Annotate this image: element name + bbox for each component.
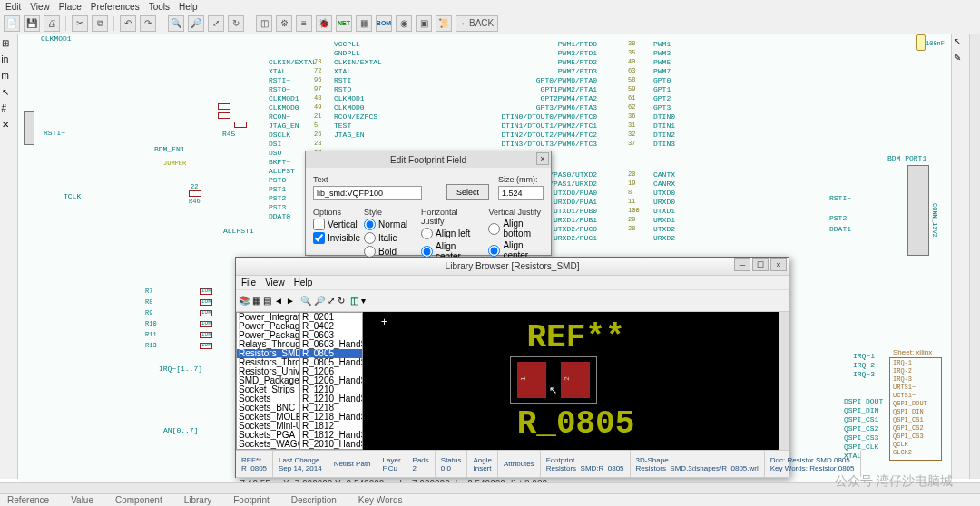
close-icon[interactable]: × [770,258,787,271]
zoom-in-icon[interactable]: 🔍 [168,15,184,32]
menu-tools[interactable]: Tools [149,2,170,12]
cursor-icon[interactable]: ↖ [2,87,16,102]
fp-item[interactable]: R_1210_HandSolderin [300,394,362,404]
next-icon[interactable]: ► [286,296,295,306]
lib-item[interactable]: Power_Packages_T [237,331,299,340]
hj-left[interactable]: Align left [421,228,479,239]
lib-menu-view[interactable]: View [265,277,285,287]
lib-item[interactable]: Resistors_Universal [237,367,299,376]
library-list[interactable]: Power_IntegrationPower_Packages_SPower_P… [236,312,299,450]
zoom-out-icon[interactable]: 🔎 [188,15,204,32]
unit-in-icon[interactable]: in [2,54,16,69]
fp-item[interactable]: R_1812 [300,422,362,431]
bom-icon[interactable]: BOM [376,15,392,32]
undo-icon[interactable]: ↶ [120,15,136,32]
grid1-icon[interactable]: ▦ [252,296,260,306]
select-button[interactable]: Select [446,184,489,200]
lib-item[interactable]: SMD_Packages [237,376,299,385]
script-icon[interactable]: 📜 [436,15,452,32]
pad-icon[interactable]: ◉ [396,15,412,32]
lib-menu-file[interactable]: File [241,277,256,287]
menu-help[interactable]: Help [179,2,198,12]
menu-view[interactable]: View [30,2,50,12]
lib-item[interactable]: Sockets_PGA [237,431,299,440]
new-icon[interactable]: 📄 [4,15,20,32]
fp-item[interactable]: R_0603 [300,331,362,340]
close-icon[interactable]: × [536,152,549,165]
save-icon[interactable]: 💾 [24,15,40,32]
lib-item[interactable]: Symbols [237,449,299,450]
copy-icon[interactable]: ⧉ [92,15,108,32]
refresh-icon[interactable]: ↻ [228,15,244,32]
canvas-vscroll[interactable] [779,312,789,450]
refresh-icon[interactable]: ↻ [338,296,345,306]
lib-title[interactable]: Library Browser [Resistors_SMD] ─ ☐ × [236,258,789,276]
fp-item[interactable]: R_1206_HandSolderin [300,376,362,385]
unit-mm-icon[interactable]: m [2,71,16,85]
vj-bottom[interactable]: Align bottom [488,219,544,238]
zoom-fit-icon[interactable]: ⤢ [208,15,224,32]
fp-item[interactable]: R_1206 [300,367,362,376]
zoom-in-icon[interactable]: 🔍 [300,296,311,306]
net-icon[interactable]: NET [336,15,352,32]
lib-item[interactable]: Relays_ThroughHo [237,340,299,349]
style-italic[interactable]: Italic [364,232,412,244]
footprint-list[interactable]: R_0201R_0402R_0603R_0603_HandSolderinR_0… [299,312,363,450]
grid2-icon[interactable]: ▤ [263,296,271,306]
lib-item[interactable]: Power_Integration [237,313,299,322]
lib-item[interactable]: Power_Packages_S [237,322,299,331]
lib-menubar[interactable]: File View Help [236,276,789,290]
bug-icon[interactable]: 🐞 [316,15,332,32]
chip-icon[interactable]: ▦ [356,15,372,32]
layers-icon[interactable]: ≡ [296,15,312,32]
fp-item[interactable]: R_2010_HandSolderin [300,440,362,449]
highlight-tool-icon[interactable]: ✎ [954,53,968,67]
3d-icon[interactable]: ◫ [350,296,358,306]
horizontal-scrollbar[interactable] [0,482,980,493]
board-icon[interactable]: ▣ [416,15,432,32]
lib-menu-help[interactable]: Help [294,277,313,287]
lib-item[interactable]: Resistors_Through [237,358,299,367]
fp-item[interactable]: R_1812_HandSolderin [300,431,362,440]
select-tool-icon[interactable]: ↖ [954,36,968,51]
redo-icon[interactable]: ↷ [140,15,156,32]
book-icon[interactable]: 📚 [239,296,250,306]
settings-icon[interactable]: ⚙ [276,15,292,32]
lib-item[interactable]: Sockets [237,394,299,404]
print-icon[interactable]: 🖨 [44,15,60,32]
grid-icon[interactable]: ⊞ [2,38,16,53]
invisible-checkbox[interactable]: Invisible [313,232,355,244]
size-input[interactable] [498,186,544,200]
menu-place[interactable]: Place [59,2,82,12]
prev-icon[interactable]: ◄ [274,296,283,306]
maximize-icon[interactable]: ☐ [752,258,769,271]
lib-item[interactable]: Sockets_Mini-Univ [237,422,299,431]
lib-item[interactable]: Sockets_WAGO734 [237,440,299,449]
zoom-out-icon[interactable]: 🔎 [314,296,325,306]
fp-item[interactable]: R_1218_HandSolderin [300,413,362,422]
main-menubar[interactable]: Edit View Place Preferences Tools Help [0,0,980,13]
lib-item[interactable]: Resistors_SMD [237,349,299,358]
drop-icon[interactable]: ▾ [361,296,366,306]
zoom-fit-icon[interactable]: ⤢ [328,296,335,306]
fp-item[interactable]: R_0603_HandSolderin [300,340,362,349]
minimize-icon[interactable]: ─ [734,258,750,271]
dnp-icon[interactable]: ✕ [2,120,16,134]
annotate-icon[interactable]: # [2,103,16,118]
menu-edit[interactable]: Edit [5,2,21,12]
lib-item[interactable]: Socket_Strips [237,385,299,394]
text-input[interactable] [313,186,422,200]
menu-preferences[interactable]: Preferences [91,2,140,12]
3d-icon[interactable]: ◫ [256,15,272,32]
lib-item[interactable]: Sockets_BNC [237,404,299,413]
style-normal[interactable]: Normal [364,219,412,230]
vertical-scrollbar[interactable] [969,34,980,479]
fp-item[interactable]: R_1210 [300,385,362,394]
lib-item[interactable]: Sockets_MOLEX_KI [237,413,299,422]
back-button[interactable]: ←BACK [456,15,498,32]
fp-item[interactable]: R_0402 [300,322,362,331]
fp-item[interactable]: R_0805 [300,349,362,358]
vertical-checkbox[interactable]: Vertical [313,219,355,230]
footprint-canvas[interactable]: + REF** 1 2 ↖ R_0805 [363,312,789,450]
fp-item[interactable]: R_0805_HandSolderin [300,358,362,367]
